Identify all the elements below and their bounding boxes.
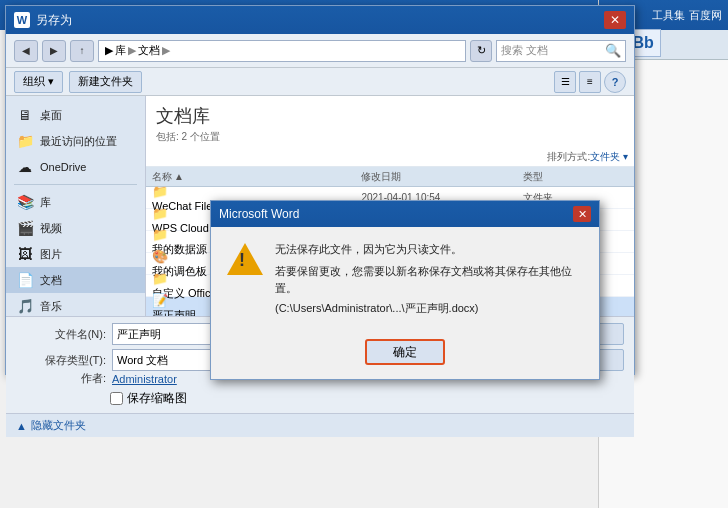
sidebar-label-onedrive: OneDrive (40, 161, 86, 173)
file-icon-3: 🎨 (152, 248, 168, 264)
onedrive-icon: ☁ (16, 159, 34, 175)
sidebar-item-recent[interactable]: 📁 最近访问的位置 (6, 128, 145, 154)
col-date[interactable]: 修改日期 (361, 170, 523, 184)
sidebar-label-documents: 文档 (40, 273, 62, 288)
desktop-icon: 🖥 (16, 107, 34, 123)
library-includes: 包括: 2 个位置 (156, 130, 624, 144)
sidebar-label-pictures: 图片 (40, 247, 62, 262)
sort-label: 排列方式: (547, 150, 590, 164)
file-icon-2: 📁 (152, 226, 168, 242)
warning-icon (227, 241, 263, 277)
save-dialog-icon: W (14, 12, 30, 28)
breadcrumb-root: ▶ (105, 44, 113, 57)
col-date-label: 修改日期 (361, 170, 401, 184)
organize-label: 组织 (23, 74, 45, 89)
breadcrumb-docs[interactable]: 文档 (138, 43, 160, 58)
nav-back-btn[interactable]: ◀ (14, 40, 38, 62)
video-icon: 🎬 (16, 220, 34, 236)
error-titlebar: Microsoft Word ✕ (211, 201, 599, 227)
nav-up-btn[interactable]: ↑ (70, 40, 94, 62)
col-name-sort-icon: ▲ (174, 171, 184, 182)
file-icon-0: 📁 (152, 184, 168, 200)
save-dialog-title: 另存为 (36, 12, 604, 29)
error-dialog: Microsoft Word ✕ 无法保存此文件，因为它为只读文件。 若要保留更… (210, 200, 600, 380)
music-icon: 🎵 (16, 298, 34, 314)
toolbar-label-2: 百度网 (689, 8, 722, 23)
toolbar-label-1: 工具集 (652, 8, 685, 23)
view-details-btn[interactable]: ≡ (579, 71, 601, 93)
breadcrumb-bar[interactable]: ▶ 库 ▶ 文档 ▶ (98, 40, 466, 62)
thumbnail-checkbox[interactable] (110, 392, 123, 405)
hide-label: 隐藏文件夹 (31, 418, 86, 433)
error-line3: (C:\Users\Administrator\...\严正声明.docx) (275, 300, 583, 318)
sidebar-item-lib[interactable]: 📚 库 (6, 189, 145, 215)
error-message: 无法保存此文件，因为它为只读文件。 若要保留更改，您需要以新名称保存文档或将其保… (275, 241, 583, 317)
error-footer: 确定 (211, 331, 599, 379)
sidebar-item-desktop[interactable]: 🖥 桌面 (6, 102, 145, 128)
save-dialog-close-btn[interactable]: ✕ (604, 11, 626, 29)
view-buttons: ☰ ≡ ? (554, 71, 626, 93)
error-ok-btn[interactable]: 确定 (365, 339, 445, 365)
refresh-btn[interactable]: ↻ (470, 40, 492, 62)
col-name-label: 名称 (152, 170, 172, 184)
sidebar-item-music[interactable]: 🎵 音乐 (6, 293, 145, 316)
hide-icon: ▲ (16, 420, 27, 432)
thumbnail-label: 保存缩略图 (127, 390, 187, 407)
view-list-btn[interactable]: ☰ (554, 71, 576, 93)
new-folder-label: 新建文件夹 (78, 74, 133, 89)
pictures-icon: 🖼 (16, 246, 34, 262)
file-icon-5: 📝 (152, 292, 168, 308)
search-bar[interactable]: 搜索 文档 🔍 (496, 40, 626, 62)
filename-label: 文件名(N): (16, 327, 106, 342)
save-dialog-toolbar1: ◀ ▶ ↑ ▶ 库 ▶ 文档 ▶ ↻ 搜索 文档 🔍 (6, 34, 634, 68)
savetype-label: 保存类型(T): (16, 353, 106, 368)
author-value[interactable]: Administrator (112, 373, 177, 385)
nav-forward-btn[interactable]: ▶ (42, 40, 66, 62)
recent-icon: 📁 (16, 133, 34, 149)
organize-btn[interactable]: 组织 ▾ (14, 71, 63, 93)
file-icon-4: 📁 (152, 270, 168, 286)
sort-value[interactable]: 文件夹 ▾ (590, 150, 628, 164)
save-dialog-toolbar2: 组织 ▾ 新建文件夹 ☰ ≡ ? (6, 68, 634, 96)
file-icon-1: 📁 (152, 206, 168, 222)
library-header: 文档库 包括: 2 个位置 (146, 96, 634, 148)
save-dialog-titlebar: W 另存为 ✕ (6, 6, 634, 34)
new-folder-btn[interactable]: 新建文件夹 (69, 71, 142, 93)
sidebar-label-recent: 最近访问的位置 (40, 134, 117, 149)
sidebar-label-music: 音乐 (40, 299, 62, 314)
library-title: 文档库 (156, 104, 624, 128)
author-label: 作者: (16, 371, 106, 386)
sidebar-divider1 (14, 184, 137, 185)
col-type[interactable]: 类型 (523, 170, 628, 184)
help-btn[interactable]: ? (604, 71, 626, 93)
breadcrumb-sep1: ▶ (128, 44, 136, 57)
error-line1: 无法保存此文件，因为它为只读文件。 (275, 241, 583, 259)
thumbnail-row: 保存缩略图 (16, 390, 624, 407)
search-placeholder: 搜索 文档 (501, 43, 603, 58)
lib-icon: 📚 (16, 194, 34, 210)
sidebar-item-video[interactable]: 🎬 视频 (6, 215, 145, 241)
sort-row: 排列方式: 文件夹 ▾ (146, 148, 634, 167)
sidebar-item-documents[interactable]: 📄 文档 (6, 267, 145, 293)
hide-files-row[interactable]: ▲ 隐藏文件夹 (6, 413, 634, 437)
sidebar-item-pictures[interactable]: 🖼 图片 (6, 241, 145, 267)
organize-arrow: ▾ (48, 75, 54, 88)
error-line2: 若要保留更改，您需要以新名称保存文档或将其保存在其他位置。 (275, 263, 583, 298)
search-icon[interactable]: 🔍 (605, 43, 621, 58)
breadcrumb-lib[interactable]: 库 (115, 43, 126, 58)
col-name[interactable]: 名称 ▲ (152, 170, 361, 184)
sidebar-label-desktop: 桌面 (40, 108, 62, 123)
error-title: Microsoft Word (219, 207, 573, 221)
sidebar-item-onedrive[interactable]: ☁ OneDrive (6, 154, 145, 180)
col-type-label: 类型 (523, 170, 543, 184)
documents-icon: 📄 (16, 272, 34, 288)
error-body: 无法保存此文件，因为它为只读文件。 若要保留更改，您需要以新名称保存文档或将其保… (211, 227, 599, 331)
sidebar-label-lib: 库 (40, 195, 51, 210)
breadcrumb-sep2: ▶ (162, 44, 170, 57)
sidebar-label-video: 视频 (40, 221, 62, 236)
error-close-btn[interactable]: ✕ (573, 206, 591, 222)
file-sidebar: 🖥 桌面 📁 最近访问的位置 ☁ OneDrive 📚 库 🎬 视频 🖼 (6, 96, 146, 316)
